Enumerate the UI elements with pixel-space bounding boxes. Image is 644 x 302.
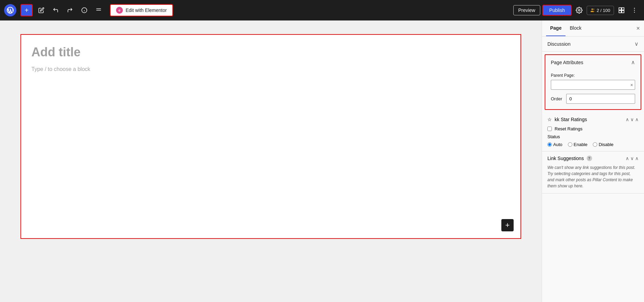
radio-disable: Disable [593, 142, 613, 147]
preview-button[interactable]: Preview [513, 5, 541, 15]
editor-area: Type / to choose a block + [0, 20, 542, 302]
radio-enable-label: Enable [574, 142, 587, 147]
radio-disable-input[interactable] [593, 142, 597, 147]
editor-canvas: Type / to choose a block + [20, 34, 521, 239]
switch-editor-button[interactable] [616, 5, 627, 16]
order-input[interactable] [566, 94, 635, 104]
order-label: Order [551, 96, 562, 101]
svg-point-12 [634, 10, 635, 11]
right-sidebar: Page Block × Discussion ∨ Page Attribute… [542, 20, 644, 302]
settings-button[interactable] [574, 5, 585, 16]
kk-star-controls: ∧ ∨ ∧ [626, 117, 639, 122]
page-attributes-chevron: ∧ [631, 59, 635, 66]
link-suggestions-collapse-button[interactable]: ∧ [635, 156, 639, 161]
radio-auto-label: Auto [553, 142, 562, 147]
close-sidebar-button[interactable]: × [636, 25, 640, 32]
main-layout: Type / to choose a block + Page Block × … [0, 20, 644, 302]
radio-enable: Enable [568, 142, 587, 147]
discussion-section: Discussion ∨ [542, 37, 644, 52]
edit-pen-button[interactable] [35, 5, 47, 15]
discussion-header[interactable]: Discussion ∨ [542, 37, 644, 51]
help-icon[interactable]: ? [587, 156, 592, 161]
reset-ratings-checkbox[interactable] [547, 127, 552, 131]
radio-auto-input[interactable] [547, 142, 552, 147]
link-suggestions-header: Link Suggestions ? ∧ ∨ ∧ [547, 156, 639, 161]
link-suggestions-section: Link Suggestions ? ∧ ∨ ∧ We can't show a… [542, 152, 644, 193]
status-label: Status [547, 134, 639, 139]
svg-point-6 [591, 9, 593, 10]
parent-page-label: Parent Page: [551, 73, 635, 78]
add-block-toolbar-button[interactable]: + [20, 4, 33, 16]
add-block-canvas-button[interactable]: + [501, 219, 514, 231]
svg-rect-8 [622, 8, 624, 10]
redo-button[interactable] [64, 5, 76, 15]
parent-page-input[interactable] [551, 80, 635, 90]
link-suggestions-text: We can't show any link suggestions for t… [547, 164, 639, 189]
kk-star-section: ☆ kk Star Ratings ∧ ∨ ∧ Reset Ratings St… [542, 113, 644, 152]
toolbar: + e Edit with Elementor [0, 0, 644, 20]
wp-logo[interactable] [4, 4, 16, 16]
radio-disable-label: Disable [599, 142, 613, 147]
svg-rect-9 [619, 11, 621, 13]
parent-page-field-wrapper: × [551, 80, 635, 90]
link-suggestions-up-button[interactable]: ∧ [626, 156, 629, 161]
link-suggestions-controls: ∧ ∨ ∧ [626, 156, 639, 161]
svg-point-13 [634, 12, 635, 13]
star-icon: ☆ [547, 117, 552, 122]
sidebar-tabs: Page Block × [542, 20, 644, 37]
kk-star-up-button[interactable]: ∧ [626, 117, 629, 122]
radio-enable-input[interactable] [568, 142, 572, 147]
reset-ratings-row: Reset Ratings [547, 126, 639, 131]
edit-with-elementor-button[interactable]: e Edit with Elementor [110, 4, 173, 16]
info-button[interactable] [78, 5, 90, 15]
undo-button[interactable] [50, 5, 61, 15]
title-input[interactable] [31, 45, 510, 59]
score-badge[interactable]: 2 / 100 [587, 6, 614, 15]
publish-button[interactable]: Publish [542, 5, 572, 16]
reset-ratings-label: Reset Ratings [555, 126, 583, 131]
block-placeholder[interactable]: Type / to choose a block [31, 66, 510, 72]
tab-page[interactable]: Page [546, 20, 566, 36]
page-attributes-header[interactable]: Page Attributes ∧ [545, 55, 641, 70]
svg-point-11 [634, 8, 635, 9]
kk-star-header: ☆ kk Star Ratings ∧ ∨ ∧ [547, 117, 639, 122]
svg-rect-10 [622, 11, 624, 13]
radio-group: Auto Enable Disable [547, 142, 639, 147]
menu-button[interactable] [93, 5, 104, 15]
order-row: Order [551, 94, 635, 104]
radio-auto: Auto [547, 142, 562, 147]
toolbar-right: Preview Publish 2 / 100 [513, 5, 640, 16]
parent-page-clear-button[interactable]: × [630, 82, 633, 88]
kk-star-down-button[interactable]: ∨ [630, 117, 634, 122]
svg-point-5 [578, 10, 580, 11]
page-attributes-content: Parent Page: × Order [545, 70, 641, 109]
kk-star-content: Reset Ratings Status Auto Enable Disable [547, 122, 639, 147]
kk-star-collapse-button[interactable]: ∧ [635, 117, 639, 122]
discussion-chevron: ∨ [634, 41, 639, 47]
tab-block[interactable]: Block [566, 20, 585, 36]
elementor-icon: e [116, 7, 123, 14]
svg-rect-7 [619, 8, 621, 10]
page-attributes-section: Page Attributes ∧ Parent Page: × Order [545, 54, 641, 110]
link-suggestions-down-button[interactable]: ∨ [630, 156, 634, 161]
more-options-button[interactable] [629, 5, 640, 16]
